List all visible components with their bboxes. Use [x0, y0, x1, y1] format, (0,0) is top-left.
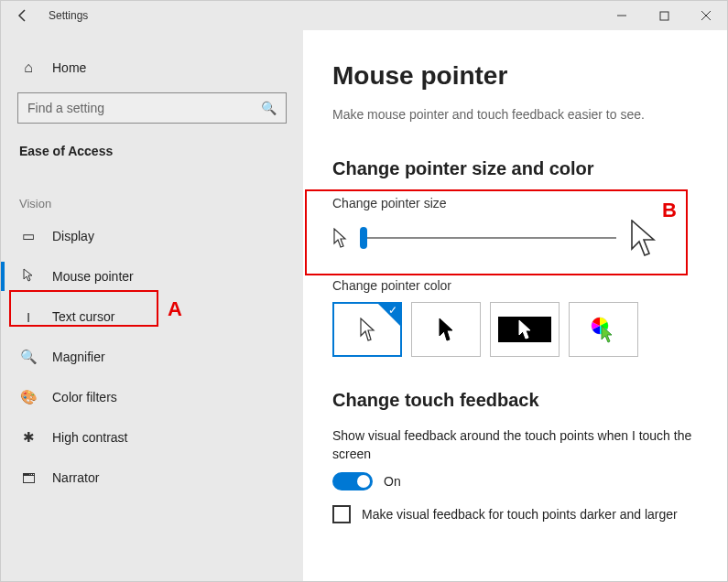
touch-feedback-description: Show visual feedback around the touch po… — [332, 427, 698, 463]
titlebar: Settings — [1, 1, 727, 30]
home-label: Home — [52, 60, 86, 75]
pointer-color-row: ✓ — [332, 302, 698, 357]
section-size-color: Change pointer size and color — [332, 158, 698, 179]
section-label-vision: Vision — [1, 164, 303, 216]
pointer-color-custom[interactable] — [569, 302, 638, 357]
sidebar-item-label: Magnifier — [52, 350, 105, 364]
search-input[interactable]: Find a setting 🔍 — [17, 92, 287, 124]
nav-list: ▭ Display Mouse pointer I Text cursor 🔍 … — [1, 216, 303, 498]
sidebar-item-label: Mouse pointer — [52, 269, 134, 284]
settings-window: Settings ⌂ Home Find a setting 🔍 Ease of… — [0, 0, 728, 582]
main-content: Mouse pointer Make mouse pointer and tou… — [303, 30, 727, 581]
back-button[interactable] — [1, 1, 45, 30]
sidebar-item-high-contrast[interactable]: ✱ High contrast — [1, 417, 303, 458]
magnifier-icon: 🔍 — [19, 349, 38, 365]
home-icon: ⌂ — [19, 59, 38, 76]
minimize-button[interactable] — [601, 1, 643, 30]
maximize-button[interactable] — [643, 1, 685, 30]
color-filters-icon: 🎨 — [19, 389, 38, 405]
home-nav[interactable]: ⌂ Home — [1, 52, 303, 83]
cursor-large-icon — [629, 220, 657, 256]
sidebar-item-mouse-pointer[interactable]: Mouse pointer — [1, 256, 303, 296]
toggle-state-label: On — [384, 474, 401, 489]
sidebar-item-narrator[interactable]: 🗔 Narrator — [1, 458, 303, 498]
darker-larger-label: Make visual feedback for touch points da… — [362, 507, 678, 522]
sidebar-item-label: Display — [52, 229, 94, 243]
narrator-icon: 🗔 — [19, 470, 38, 486]
sidebar-item-display[interactable]: ▭ Display — [1, 216, 303, 256]
search-placeholder: Find a setting — [27, 101, 261, 115]
search-icon: 🔍 — [261, 101, 277, 115]
pointer-color-inverted[interactable] — [490, 302, 560, 357]
pointer-size-row — [332, 220, 698, 256]
mouse-pointer-icon — [19, 268, 38, 286]
sidebar: ⌂ Home Find a setting 🔍 Ease of Access V… — [1, 30, 303, 581]
close-button[interactable] — [685, 1, 727, 30]
darker-larger-checkbox[interactable] — [332, 505, 351, 523]
svg-rect-1 — [660, 12, 668, 20]
cursor-small-icon — [332, 228, 347, 248]
page-subtitle: Make mouse pointer and touch feedback ea… — [332, 107, 698, 122]
sidebar-item-label: High contrast — [52, 430, 127, 445]
slider-thumb[interactable] — [360, 227, 367, 249]
touch-feedback-toggle[interactable] — [332, 472, 373, 490]
sidebar-item-label: Color filters — [52, 390, 117, 404]
text-cursor-icon: I — [19, 309, 38, 325]
category-title: Ease of Access — [1, 124, 303, 164]
sidebar-item-text-cursor[interactable]: I Text cursor — [1, 296, 303, 337]
pointer-size-label: Change pointer size — [332, 196, 698, 210]
window-title: Settings — [45, 9, 88, 22]
sidebar-item-color-filters[interactable]: 🎨 Color filters — [1, 377, 303, 417]
sidebar-item-magnifier[interactable]: 🔍 Magnifier — [1, 337, 303, 377]
pointer-color-white[interactable]: ✓ — [332, 302, 402, 357]
display-icon: ▭ — [19, 228, 38, 244]
high-contrast-icon: ✱ — [19, 429, 38, 446]
pointer-color-label: Change pointer color — [332, 278, 698, 293]
sidebar-item-label: Narrator — [52, 470, 99, 485]
page-title: Mouse pointer — [332, 61, 698, 91]
section-touch-feedback: Change touch feedback — [332, 390, 698, 411]
pointer-color-black[interactable] — [411, 302, 481, 357]
sidebar-item-label: Text cursor — [52, 309, 114, 324]
pointer-size-slider[interactable] — [360, 225, 616, 251]
